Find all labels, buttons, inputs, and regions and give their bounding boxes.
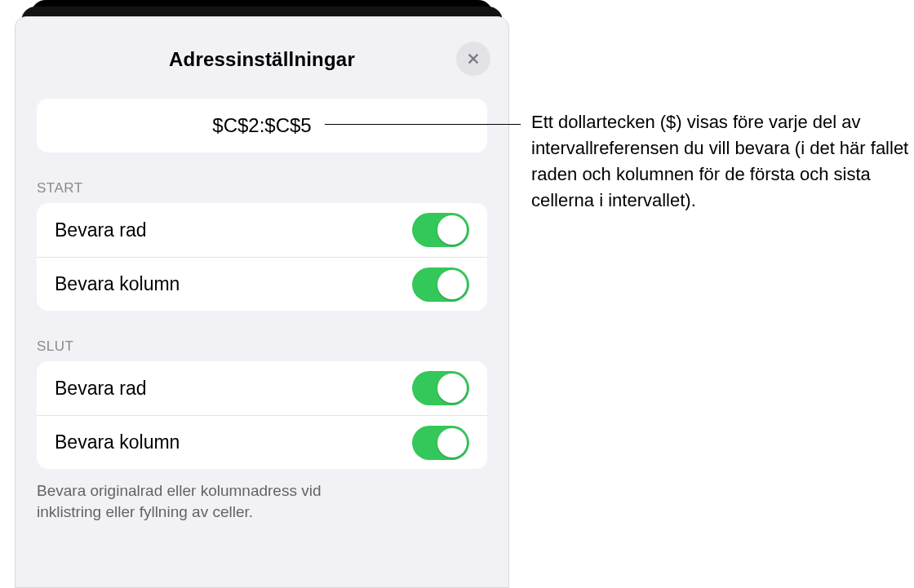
toggle-end-preserve-row[interactable] (412, 371, 469, 405)
callout-leader-line (325, 124, 521, 125)
toggle-start-preserve-row[interactable] (412, 213, 469, 247)
section-label-end: SLUT (37, 338, 487, 355)
row-label: Bevara rad (55, 378, 147, 400)
row-label: Bevara rad (55, 219, 147, 241)
row-end-preserve-row: Bevara rad (37, 361, 487, 415)
end-group: Bevara rad Bevara kolumn (37, 361, 487, 469)
toggle-end-preserve-col[interactable] (412, 426, 469, 460)
sheet-header: Adressinställningar (16, 17, 508, 81)
close-button[interactable] (456, 42, 490, 76)
row-label: Bevara kolumn (55, 273, 180, 295)
row-label: Bevara kolumn (55, 431, 180, 453)
start-group: Bevara rad Bevara kolumn (37, 203, 487, 311)
toggle-start-preserve-col[interactable] (412, 267, 469, 302)
row-start-preserve-row: Bevara rad (37, 203, 487, 257)
close-icon (466, 51, 481, 66)
row-end-preserve-col: Bevara kolumn (37, 415, 487, 469)
sheet-title: Adressinställningar (16, 48, 508, 71)
callout-annotation: Ett dollartecken ($) visas före varje de… (531, 109, 913, 214)
footer-description: Bevara originalrad eller kolumnadress vi… (37, 480, 363, 522)
formula-display: $C$2:$C$5 (37, 99, 487, 153)
address-settings-sheet: Adressinställningar $C$2:$C$5 START Beva… (15, 16, 509, 588)
formula-text: $C$2:$C$5 (212, 114, 311, 137)
section-label-start: START (37, 180, 487, 197)
row-start-preserve-col: Bevara kolumn (37, 257, 487, 311)
